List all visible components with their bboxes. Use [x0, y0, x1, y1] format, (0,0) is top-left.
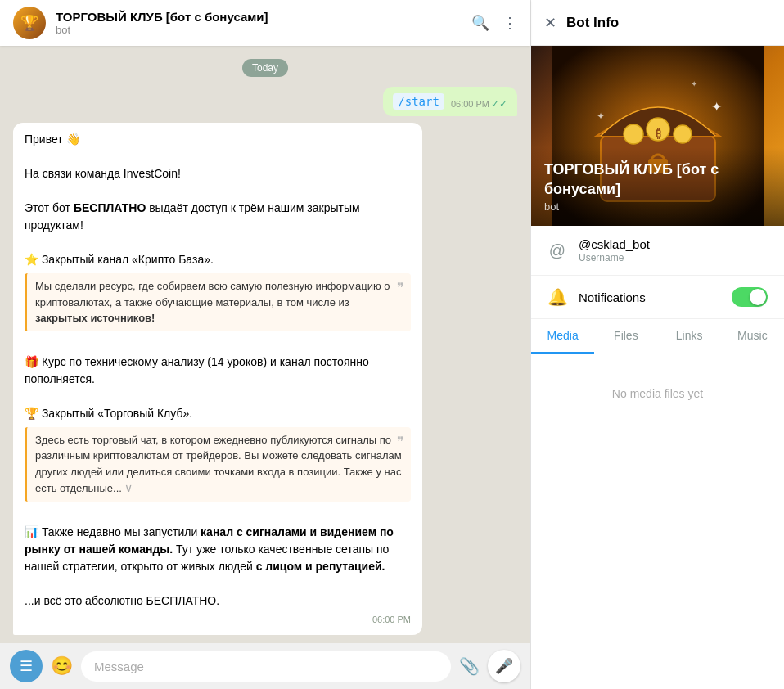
check-mark: ✓✓: [491, 98, 507, 110]
no-media-text: No media files yet: [531, 354, 784, 433]
svg-point-4: [674, 125, 692, 143]
quote-icon: ❞: [397, 278, 404, 298]
quoted-block-1: Мы сделали ресурс, где собираем всю саму…: [25, 273, 411, 331]
emoji-button[interactable]: 😊: [51, 655, 73, 677]
svg-point-2: [624, 124, 643, 144]
search-icon[interactable]: 🔍: [471, 14, 489, 32]
header-icons: 🔍 ⋮: [471, 14, 517, 32]
media-tabs: Media Files Links Music: [531, 319, 784, 354]
chat-title: ТОРГОВЫЙ КЛУБ [бот с бонусами]: [56, 10, 462, 24]
chat-header: 🏆 ТОРГОВЫЙ КЛУБ [бот с бонусами] bot 🔍 ⋮: [0, 0, 530, 46]
msg-line-1: Привет 👋: [25, 131, 411, 148]
info-body: @ @csklad_bot Username 🔔 Notifications M…: [531, 226, 784, 689]
in-bubble: Привет 👋 На связи команда InvestCoin! Эт…: [13, 123, 422, 635]
msg-line-7: 📊 Также недавно мы запустили канал с сиг…: [25, 524, 411, 575]
msg-line-8: ...и всё это абсолютно БЕСПЛАТНО.: [25, 592, 411, 610]
msg-line-6: 🏆 Закрытый «Торговый Клуб».: [25, 405, 411, 422]
panel-title: Bot Info: [566, 15, 771, 31]
notifications-row: 🔔 Notifications: [531, 276, 784, 319]
at-icon: @: [547, 241, 567, 260]
mic-button[interactable]: 🎤: [488, 650, 520, 682]
chat-panel: 🏆 ТОРГОВЫЙ КЛУБ [бот с бонусами] bot 🔍 ⋮…: [0, 0, 530, 689]
menu-button[interactable]: ☰: [10, 650, 43, 682]
hero-type: bot: [544, 200, 771, 213]
svg-text:✦: ✦: [711, 100, 722, 114]
chat-title-area: ТОРГОВЫЙ КЛУБ [бот с бонусами] bot: [56, 10, 462, 36]
info-panel: ✕ Bot Info: [530, 0, 784, 689]
input-area: ☰ 😊 📎 🎤: [0, 643, 530, 689]
in-time: 06:00 PM: [372, 613, 411, 627]
info-header: ✕ Bot Info: [531, 0, 784, 46]
more-icon[interactable]: ⋮: [502, 14, 517, 32]
hero-overlay: ТОРГОВЫЙ КЛУБ [бот с бонусами] bot: [531, 147, 784, 226]
msg-line-2: На связи команда InvestCoin!: [25, 165, 411, 182]
tab-music[interactable]: Music: [721, 319, 784, 354]
bot-hero: ₿ ✦ ✦ ✦ ТОРГОВЫЙ КЛУБ [бот с бонусами] b…: [531, 46, 784, 226]
messages-area: Today /start 06:00 PM ✓✓ Привет 👋 На свя…: [0, 46, 530, 643]
expand-arrow[interactable]: ∨: [124, 481, 133, 494]
quoted-block-2: Здесь есть торговый чат, в котором ежедн…: [25, 427, 411, 502]
svg-text:✦: ✦: [597, 110, 605, 122]
date-badge: Today: [242, 59, 288, 77]
username-row: @ @csklad_bot Username: [531, 226, 784, 276]
msg-line-3: Этот бот БЕСПЛАТНО выдаёт доступ к трём …: [25, 200, 411, 234]
notifications-label: Notifications: [579, 290, 732, 304]
message-input[interactable]: [81, 651, 451, 682]
out-bubble: /start 06:00 PM ✓✓: [383, 87, 517, 116]
quote-icon-2: ❞: [397, 432, 404, 452]
attach-icon[interactable]: 📎: [459, 656, 480, 676]
svg-text:₿: ₿: [655, 127, 660, 140]
msg-line-4: ⭐ Закрытый канал «Крипто База».: [25, 251, 411, 268]
close-button[interactable]: ✕: [544, 14, 556, 32]
tab-links[interactable]: Links: [658, 319, 721, 354]
avatar: 🏆: [13, 7, 46, 39]
username-content: @csklad_bot Username: [579, 237, 768, 263]
tab-media[interactable]: Media: [531, 319, 594, 354]
username-value[interactable]: @csklad_bot: [579, 237, 768, 251]
msg-line-5: 🎁 Курс по техническому анализу (14 уроко…: [25, 354, 411, 388]
chat-subtitle: bot: [56, 24, 462, 36]
hero-name: ТОРГОВЫЙ КЛУБ [бот с бонусами]: [544, 160, 771, 199]
notifications-toggle[interactable]: [732, 287, 768, 307]
toggle-slider: [732, 287, 768, 307]
start-command: /start: [393, 93, 444, 110]
message-time-in: 06:00 PM: [25, 613, 411, 627]
svg-text:✦: ✦: [691, 79, 697, 88]
message-out: /start 06:00 PM ✓✓: [383, 87, 517, 116]
message-in: Привет 👋 На связи команда InvestCoin! Эт…: [13, 123, 422, 635]
username-label: Username: [579, 252, 768, 263]
message-time-out: 06:00 PM ✓✓: [451, 98, 507, 110]
bell-icon: 🔔: [547, 287, 567, 307]
tab-files[interactable]: Files: [594, 319, 657, 354]
